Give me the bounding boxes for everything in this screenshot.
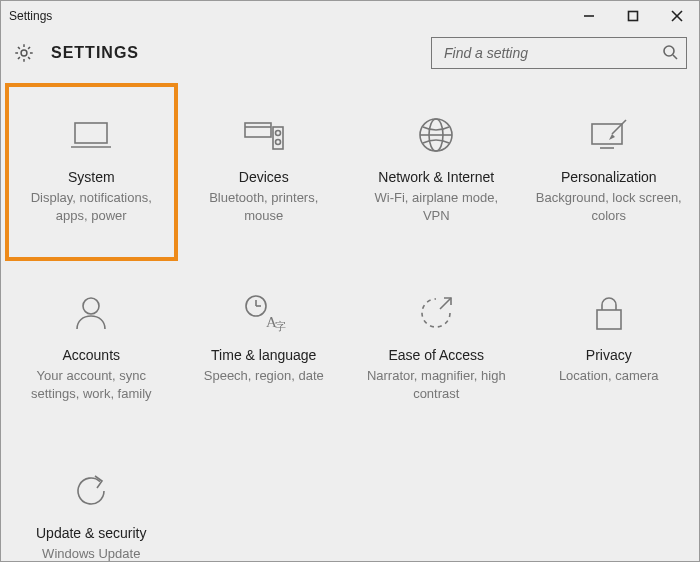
search-input[interactable] — [442, 44, 662, 62]
system-icon — [69, 111, 113, 159]
time-language-icon: A字 — [242, 289, 286, 337]
svg-rect-7 — [75, 123, 107, 143]
tile-network[interactable]: Network & Internet Wi-Fi, airplane mode,… — [350, 83, 523, 261]
tile-personalization[interactable]: Personalization Background, lock screen,… — [523, 83, 696, 261]
header: SETTINGS — [1, 31, 699, 83]
svg-rect-27 — [597, 310, 621, 329]
tile-title: System — [68, 169, 115, 185]
ease-of-access-icon — [416, 289, 456, 337]
svg-point-13 — [275, 140, 280, 145]
svg-point-4 — [21, 50, 27, 56]
svg-line-19 — [612, 120, 626, 134]
tile-accounts[interactable]: Accounts Your account, sync settings, wo… — [5, 261, 178, 439]
close-button[interactable] — [655, 1, 699, 31]
svg-point-12 — [275, 131, 280, 136]
window-controls — [567, 1, 699, 31]
tile-time-language[interactable]: A字 Time & language Speech, region, date — [178, 261, 351, 439]
tile-desc: Bluetooth, printers, mouse — [190, 189, 339, 224]
tile-title: Ease of Access — [388, 347, 484, 363]
maximize-icon — [627, 10, 639, 22]
tile-desc: Your account, sync settings, work, famil… — [17, 367, 166, 402]
maximize-button[interactable] — [611, 1, 655, 31]
tile-desc: Narrator, magnifier, high contrast — [362, 367, 511, 402]
minimize-icon — [583, 10, 595, 22]
svg-line-26 — [440, 298, 451, 309]
tile-system[interactable]: System Display, notifications, apps, pow… — [5, 83, 178, 261]
personalization-icon — [586, 111, 632, 159]
tile-desc: Wi-Fi, airplane mode, VPN — [362, 189, 511, 224]
tile-title: Privacy — [586, 347, 632, 363]
gear-icon — [13, 42, 35, 64]
settings-grid: System Display, notifications, apps, pow… — [1, 83, 699, 562]
update-icon — [71, 467, 111, 515]
tile-desc: Location, camera — [559, 367, 659, 385]
search-box[interactable] — [431, 37, 687, 69]
tile-privacy[interactable]: Privacy Location, camera — [523, 261, 696, 439]
tile-ease-of-access[interactable]: Ease of Access Narrator, magnifier, high… — [350, 261, 523, 439]
tile-desc: Display, notifications, apps, power — [17, 189, 166, 224]
svg-text:字: 字 — [275, 320, 286, 332]
globe-icon — [416, 111, 456, 159]
svg-point-5 — [664, 46, 674, 56]
window-title: Settings — [9, 9, 52, 23]
tile-desc: Background, lock screen, colors — [535, 189, 684, 224]
minimize-button[interactable] — [567, 1, 611, 31]
tile-title: Devices — [239, 169, 289, 185]
close-icon — [671, 10, 683, 22]
devices-icon — [241, 111, 287, 159]
tile-title: Time & language — [211, 347, 316, 363]
tile-title: Network & Internet — [378, 169, 494, 185]
search-icon — [662, 44, 678, 63]
tile-desc: Speech, region, date — [204, 367, 324, 385]
lock-icon — [591, 289, 627, 337]
svg-rect-1 — [629, 12, 638, 21]
accounts-icon — [71, 289, 111, 337]
tile-update-security[interactable]: Update & security Windows Update — [5, 439, 178, 562]
tile-title: Personalization — [561, 169, 657, 185]
title-bar: Settings — [1, 1, 699, 31]
svg-rect-17 — [592, 124, 622, 144]
tile-title: Update & security — [36, 525, 147, 541]
tile-desc: Windows Update — [42, 545, 140, 562]
svg-line-6 — [673, 55, 677, 59]
tile-title: Accounts — [62, 347, 120, 363]
page-title: SETTINGS — [51, 44, 139, 62]
tile-devices[interactable]: Devices Bluetooth, printers, mouse — [178, 83, 351, 261]
svg-rect-9 — [245, 123, 271, 137]
svg-point-20 — [83, 298, 99, 314]
